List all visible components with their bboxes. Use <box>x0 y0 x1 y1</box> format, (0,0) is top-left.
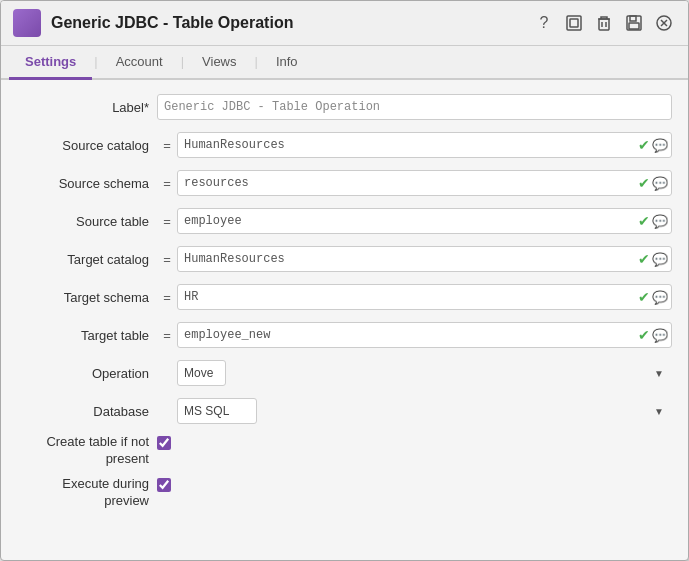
label-row: Label* <box>17 92 672 122</box>
target-table-comment-icon[interactable]: 💬 <box>652 328 668 343</box>
execute-preview-row: Execute during preview <box>17 476 672 510</box>
operation-label: Operation <box>17 366 157 381</box>
create-table-checkbox[interactable] <box>157 436 171 450</box>
source-schema-row: Source schema = ✔ 💬 <box>17 168 672 198</box>
target-catalog-label: Target catalog <box>17 252 157 267</box>
create-table-checkbox-container <box>157 434 171 450</box>
delete-button[interactable] <box>592 11 616 35</box>
target-catalog-input[interactable] <box>177 246 672 272</box>
target-schema-field: ✔ 💬 <box>177 284 672 310</box>
database-row: Database MS SQL MySQL PostgreSQL Oracle <box>17 396 672 426</box>
target-schema-check-icon: ✔ <box>638 289 650 305</box>
tab-account[interactable]: Account <box>100 46 179 80</box>
source-schema-eq[interactable]: = <box>157 176 177 191</box>
source-table-label: Source table <box>17 214 157 229</box>
target-schema-input[interactable] <box>177 284 672 310</box>
svg-rect-6 <box>630 16 636 21</box>
source-schema-check-icon: ✔ <box>638 175 650 191</box>
database-select-wrapper: MS SQL MySQL PostgreSQL Oracle <box>177 398 672 424</box>
source-table-field: ✔ 💬 <box>177 208 672 234</box>
create-table-row: Create table if not present <box>17 434 672 468</box>
svg-rect-7 <box>629 23 639 29</box>
database-label: Database <box>17 404 157 419</box>
source-schema-input[interactable] <box>177 170 672 196</box>
save-button[interactable] <box>622 11 646 35</box>
target-schema-eq[interactable]: = <box>157 290 177 305</box>
settings-content: Label* Source catalog = ✔ 💬 Source schem… <box>1 80 688 530</box>
target-catalog-row: Target catalog = ✔ 💬 <box>17 244 672 274</box>
tab-views[interactable]: Views <box>186 46 252 80</box>
target-schema-label: Target schema <box>17 290 157 305</box>
create-table-label: Create table if not present <box>17 434 157 468</box>
target-table-row: Target table = ✔ 💬 <box>17 320 672 350</box>
label-field-label: Label* <box>17 100 157 115</box>
operation-select-wrapper: Move Copy Delete <box>177 360 672 386</box>
source-table-row: Source table = ✔ 💬 <box>17 206 672 236</box>
source-schema-comment-icon[interactable]: 💬 <box>652 176 668 191</box>
source-table-input[interactable] <box>177 208 672 234</box>
source-catalog-label: Source catalog <box>17 138 157 153</box>
target-table-check-icon: ✔ <box>638 327 650 343</box>
source-catalog-comment-icon[interactable]: 💬 <box>652 138 668 153</box>
frame-button[interactable] <box>562 11 586 35</box>
target-catalog-check-icon: ✔ <box>638 251 650 267</box>
source-catalog-eq[interactable]: = <box>157 138 177 153</box>
source-table-comment-icon[interactable]: 💬 <box>652 214 668 229</box>
title-actions: ? <box>532 11 676 35</box>
target-schema-row: Target schema = ✔ 💬 <box>17 282 672 312</box>
source-catalog-row: Source catalog = ✔ 💬 <box>17 130 672 160</box>
svg-rect-0 <box>567 16 581 30</box>
tab-bar: Settings | Account | Views | Info <box>1 46 688 80</box>
source-table-check-icon: ✔ <box>638 213 650 229</box>
target-catalog-eq[interactable]: = <box>157 252 177 267</box>
close-button[interactable] <box>652 11 676 35</box>
source-catalog-input[interactable] <box>177 132 672 158</box>
target-catalog-comment-icon[interactable]: 💬 <box>652 252 668 267</box>
title-bar: Generic JDBC - Table Operation ? <box>1 1 688 46</box>
operation-select[interactable]: Move Copy Delete <box>177 360 226 386</box>
target-table-eq[interactable]: = <box>157 328 177 343</box>
help-button[interactable]: ? <box>532 11 556 35</box>
execute-preview-label: Execute during preview <box>17 476 157 510</box>
source-table-eq[interactable]: = <box>157 214 177 229</box>
tab-settings[interactable]: Settings <box>9 46 92 80</box>
operation-row: Operation Move Copy Delete <box>17 358 672 388</box>
title-left: Generic JDBC - Table Operation <box>13 9 293 37</box>
target-table-input[interactable] <box>177 322 672 348</box>
source-catalog-check-icon: ✔ <box>638 137 650 153</box>
label-input[interactable] <box>157 94 672 120</box>
target-table-label: Target table <box>17 328 157 343</box>
svg-rect-1 <box>570 19 578 27</box>
main-window: Generic JDBC - Table Operation ? <box>0 0 689 561</box>
svg-rect-2 <box>599 19 609 30</box>
source-schema-field: ✔ 💬 <box>177 170 672 196</box>
target-schema-comment-icon[interactable]: 💬 <box>652 290 668 305</box>
target-catalog-field: ✔ 💬 <box>177 246 672 272</box>
execute-preview-checkbox-container <box>157 476 171 492</box>
source-schema-label: Source schema <box>17 176 157 191</box>
target-table-field: ✔ 💬 <box>177 322 672 348</box>
source-catalog-field: ✔ 💬 <box>177 132 672 158</box>
app-icon <box>13 9 41 37</box>
tab-info[interactable]: Info <box>260 46 314 80</box>
execute-preview-checkbox[interactable] <box>157 478 171 492</box>
window-title: Generic JDBC - Table Operation <box>51 14 293 32</box>
database-select[interactable]: MS SQL MySQL PostgreSQL Oracle <box>177 398 257 424</box>
